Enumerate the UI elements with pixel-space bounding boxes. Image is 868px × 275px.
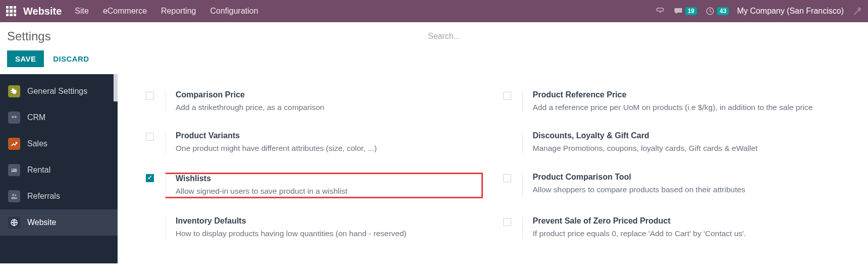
page-title: Settings [7,29,51,43]
svg-point-7 [12,194,14,196]
setting-description: Allow signed-in users to save product in… [176,185,466,197]
setting-title: Product Variants [176,131,483,140]
svg-point-8 [15,194,16,196]
apps-grid-icon[interactable] [6,6,16,16]
globe-icon [8,216,20,229]
nav-reporting[interactable]: Reporting [161,7,196,16]
setting-body: Product VariantsOne product might have d… [165,131,483,154]
setting-title: Prevent Sale of Zero Priced Product [533,216,840,226]
svg-rect-5 [12,169,17,172]
settings-panel: Comparison PriceAdd a strikethrough pric… [118,74,868,263]
sidebar-item-label: Rental [27,166,50,175]
sidebar-item-label: Website [27,218,57,227]
search-input[interactable] [427,29,861,44]
nav-site[interactable]: Site [75,7,89,16]
svg-rect-6 [12,170,13,170]
sidebar-item-crm[interactable]: CRM [0,104,118,131]
setting-row: Inventory DefaultsHow to display product… [146,211,483,252]
handshake-icon [8,112,20,124]
company-selector[interactable]: My Company (San Francisco) [737,7,844,16]
checkbox[interactable] [146,174,154,182]
sidebar-item-sales[interactable]: Sales [0,131,118,157]
checkbox[interactable] [146,92,154,100]
setting-row: Product Comparison ToolAllow shoppers to… [503,168,840,211]
checkbox[interactable] [503,92,511,100]
setting-description: Add a reference price per UoM on product… [533,101,840,113]
setting-body: Product Comparison ToolAllow shoppers to… [522,173,840,198]
setting-row: WishlistsAllow signed-in users to save p… [146,168,483,211]
checkbox[interactable] [503,174,511,182]
save-button[interactable]: SAVE [7,50,44,67]
setting-title: Discounts, Loyalty & Gift Card [533,131,840,140]
app-name[interactable]: Website [23,6,62,17]
wrench-icon[interactable] [852,6,862,16]
nav-configuration[interactable]: Configuration [210,7,258,16]
sidebar-item-label: Referrals [27,192,60,201]
sidebar-item-label: General Settings [27,87,87,96]
sidebar-item-label: CRM [27,113,45,122]
setting-title: Wishlists [176,174,466,183]
setting-title: Inventory Defaults [176,216,483,226]
key-icon [8,164,20,176]
setting-description: Manage Promotions, coupons, loyalty card… [533,142,840,154]
sidebar-item-rental[interactable]: Rental [0,157,118,183]
chat-badge: 19 [685,7,697,15]
setting-body: Prevent Sale of Zero Priced ProductIf pr… [522,216,840,239]
clock-icon[interactable]: 43 [705,7,729,16]
control-bar: Settings [0,22,868,50]
nav-ecommerce[interactable]: eCommerce [103,7,147,16]
phone-icon[interactable] [655,7,665,16]
scrollbar-thumb[interactable] [114,74,118,101]
checkbox[interactable] [146,133,154,141]
actions-bar: SAVE DISCARD [0,50,868,74]
setting-body: Discounts, Loyalty & Gift CardManage Pro… [522,131,840,154]
setting-row: Product VariantsOne product might have d… [146,126,483,167]
chart-up-icon [8,138,20,150]
sidebar: General Settings CRM Sales Rental Referr… [0,74,118,263]
setting-description: How to display products having low quant… [176,228,483,239]
navbar: Website Site eCommerce Reporting Configu… [0,0,868,22]
setting-description: Allow shoppers to compare products based… [533,184,840,195]
sidebar-item-referrals[interactable]: Referrals [0,183,118,209]
setting-body: Comparison PriceAdd a strikethrough pric… [165,90,483,113]
gear-icon [8,85,20,97]
setting-body: Inventory DefaultsHow to display product… [165,216,483,239]
setting-row: Comparison PriceAdd a strikethrough pric… [146,85,483,126]
setting-row: Product Reference PriceAdd a reference p… [503,85,840,126]
setting-row: Prevent Sale of Zero Priced ProductIf pr… [503,211,840,252]
sidebar-item-website[interactable]: Website [0,209,118,236]
setting-description: Add a strikethrough price, as a comparis… [176,101,483,113]
setting-body: Product Reference PriceAdd a reference p… [522,90,840,113]
discard-button[interactable]: DISCARD [53,54,89,63]
checkbox[interactable] [503,218,511,226]
setting-body: WishlistsAllow signed-in users to save p… [165,173,483,198]
setting-title: Product Reference Price [533,90,840,99]
sidebar-item-general[interactable]: General Settings [0,78,118,104]
setting-description: One product might have different attribu… [176,142,483,154]
setting-title: Product Comparison Tool [533,173,840,182]
setting-title: Comparison Price [176,90,483,99]
people-icon [8,190,20,202]
sidebar-item-label: Sales [27,139,47,148]
clock-badge: 43 [717,7,729,15]
chat-icon[interactable]: 19 [673,7,697,16]
setting-row: Discounts, Loyalty & Gift CardManage Pro… [503,126,840,167]
setting-description: If product price equals 0, replace 'Add … [533,228,840,239]
